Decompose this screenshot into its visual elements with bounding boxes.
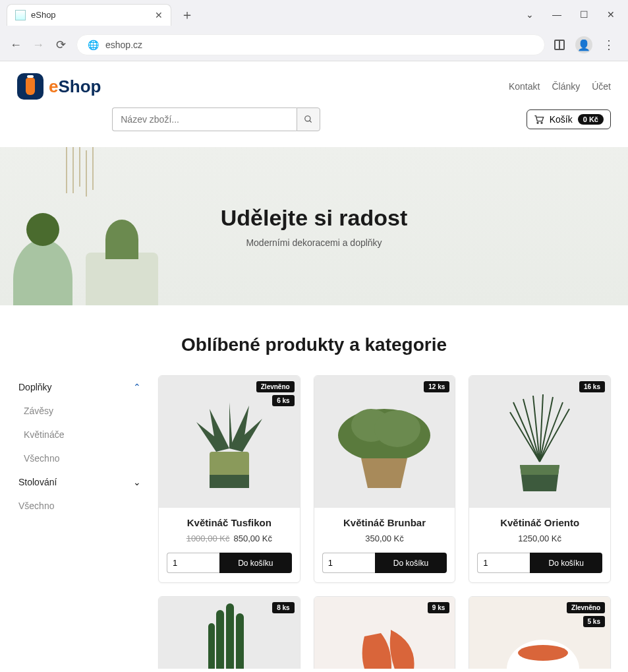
svg-line-15 (540, 409, 569, 462)
side-panel-icon[interactable] (554, 40, 565, 50)
add-to-cart-button[interactable]: Do košíku (219, 553, 292, 573)
product-image[interactable]: Zlevněno 6 ks (159, 376, 300, 508)
url-bar[interactable]: 🌐 eshop.cz (76, 34, 545, 55)
category-stolovani[interactable]: Stolování ⌄ (17, 470, 142, 494)
quantity-input[interactable] (167, 553, 219, 573)
logo-text: eShop (49, 76, 101, 97)
svg-rect-19 (236, 613, 244, 669)
back-button[interactable]: ← (9, 38, 22, 52)
subcategory-vsechno-1[interactable]: Všechno (17, 446, 142, 470)
badge-stock: 9 ks (428, 602, 449, 613)
tab-close-icon[interactable]: ✕ (155, 10, 163, 20)
toolbar-right: 👤 ⋮ (554, 36, 619, 53)
product-image[interactable]: 12 ks (314, 376, 455, 508)
browser-tab[interactable]: eShop ✕ (7, 4, 171, 26)
maximize-icon[interactable]: ☐ (580, 9, 588, 20)
hero-banner: Udělejte si radost Moderními dekoracemi … (0, 147, 628, 305)
hero-subtitle: Moderními dekoracemi a doplňky (246, 237, 382, 248)
category-sidebar: Doplňky ⌃ Závěsy Květináče Všechno Stolo… (17, 375, 142, 669)
svg-point-2 (537, 122, 538, 123)
subcategory-kvetinace[interactable]: Květináče (17, 423, 142, 446)
quantity-input[interactable] (322, 553, 375, 573)
product-price: 1000,00 Kč850,00 Kč (167, 534, 292, 543)
product-price: 1250,00 Kč (477, 534, 602, 543)
search-button[interactable] (297, 107, 320, 131)
chevron-up-icon: ⌃ (133, 382, 141, 392)
shop-header-row2: Košík 0 Kč (0, 107, 628, 147)
link-ucet[interactable]: Účet (592, 81, 611, 92)
cart-icon (534, 115, 544, 124)
product-image[interactable]: 16 ks (469, 376, 610, 508)
top-links: Kontakt Články Účet (509, 81, 611, 92)
shop-header: eShop Kontakt Články Účet (0, 61, 628, 107)
svg-rect-5 (210, 475, 249, 488)
profile-avatar[interactable]: 👤 (575, 36, 592, 53)
svg-point-8 (374, 410, 420, 447)
browser-toolbar: ← → ⟳ 🌐 eshop.cz 👤 ⋮ (0, 29, 628, 61)
svg-line-14 (540, 402, 563, 462)
browser-chrome: eShop ✕ ＋ ⌄ — ☐ ✕ ← → ⟳ 🌐 eshop.cz 👤 ⋮ (0, 0, 628, 61)
product-image[interactable]: 9 ks (314, 597, 455, 669)
product-image[interactable]: 8 ks (159, 597, 300, 669)
search-icon (304, 115, 313, 124)
subcategory-vsechno-2[interactable]: Všechno (17, 494, 142, 518)
badge-discount: Zlevněno (256, 381, 295, 392)
main-content: Doplňky ⌃ Závěsy Květináče Všechno Stolo… (0, 375, 628, 669)
badge-stock: 12 ks (424, 381, 449, 392)
menu-icon[interactable]: ⋮ (603, 38, 615, 52)
minimize-icon[interactable]: — (552, 9, 561, 20)
product-card: 9 ks (314, 596, 456, 669)
add-to-cart-button[interactable]: Do košíku (375, 553, 447, 573)
product-card: 12 ks Květináč Brunbar 350,00 Kč Do koší… (314, 375, 456, 583)
window-controls: ⌄ — ☐ ✕ (526, 9, 628, 20)
url-text: eshop.cz (105, 40, 142, 50)
quantity-input[interactable] (477, 553, 530, 573)
badge-stock: 6 ks (272, 395, 294, 406)
svg-line-1 (310, 121, 312, 123)
browser-titlebar: eShop ✕ ＋ ⌄ — ☐ ✕ (0, 0, 628, 29)
subcategory-zavesy[interactable]: Závěsy (17, 399, 142, 423)
svg-rect-18 (226, 603, 234, 669)
cart-total-badge: 0 Kč (578, 114, 604, 125)
reload-button[interactable]: ⟳ (54, 38, 67, 52)
chevron-down-icon[interactable]: ⌄ (526, 9, 534, 20)
link-clanky[interactable]: Články (552, 81, 580, 92)
svg-point-22 (518, 645, 568, 661)
category-doplnky[interactable]: Doplňky ⌃ (17, 375, 142, 399)
tab-favicon (15, 10, 26, 20)
product-card: Zlevněno 6 ks Květináč Tusfikon 1000,00 … (158, 375, 300, 583)
badge-stock: 5 ks (583, 616, 605, 627)
svg-point-0 (305, 116, 310, 121)
close-window-icon[interactable]: ✕ (607, 9, 615, 20)
svg-rect-17 (216, 610, 224, 669)
cart-label: Košík (550, 114, 573, 125)
logo-mark (17, 73, 43, 100)
svg-rect-20 (208, 623, 215, 669)
link-kontakt[interactable]: Kontakt (509, 81, 540, 92)
product-title: Květináč Brunbar (322, 517, 447, 528)
add-to-cart-button[interactable]: Do košíku (530, 553, 602, 573)
page-viewport: eShop Kontakt Články Účet Košík 0 Kč Udě… (0, 61, 628, 669)
new-tab-button[interactable]: ＋ (181, 6, 194, 24)
product-title: Květináč Tusfikon (167, 517, 292, 528)
forward-button[interactable]: → (32, 38, 45, 52)
badge-stock: 8 ks (272, 602, 294, 613)
search-wrap (112, 107, 320, 131)
tab-title: eShop (31, 10, 150, 20)
chevron-down-icon: ⌄ (133, 477, 141, 487)
product-grid: Zlevněno 6 ks Květináč Tusfikon 1000,00 … (158, 375, 611, 669)
badge-discount: Zlevněno (567, 602, 605, 613)
shop-logo[interactable]: eShop (17, 73, 101, 100)
cart-button[interactable]: Košík 0 Kč (527, 109, 611, 129)
product-card: Zlevněno 5 ks (469, 596, 611, 669)
globe-icon: 🌐 (88, 40, 99, 50)
product-card: 8 ks (158, 596, 300, 669)
product-title: Květináč Oriento (477, 517, 602, 528)
svg-point-3 (541, 122, 542, 123)
product-image[interactable]: Zlevněno 5 ks (469, 597, 610, 669)
search-input[interactable] (112, 107, 297, 131)
product-price: 350,00 Kč (322, 534, 447, 543)
section-heading: Oblíbené produkty a kategorie (0, 305, 628, 375)
hero-title: Udělejte si radost (221, 205, 407, 231)
product-card: 16 ks Květináč Oriento 1250,00 Kč Do koš… (469, 375, 611, 583)
